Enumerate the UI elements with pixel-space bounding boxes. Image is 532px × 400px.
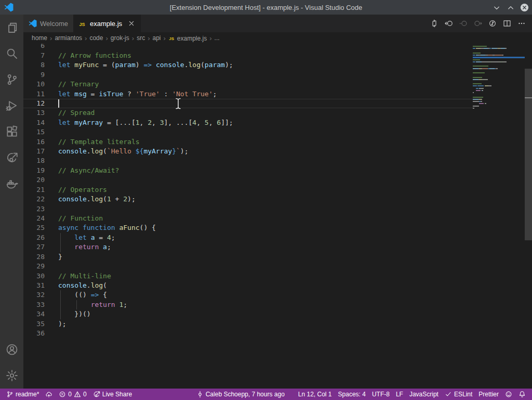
split-editor-icon[interactable] — [500, 16, 514, 31]
breadcrumb-item[interactable]: JSexample.js — [168, 34, 207, 42]
code-line[interactable]: 12 — [23, 99, 473, 108]
settings-gear-icon[interactable] — [0, 363, 23, 389]
code-line[interactable]: 8let myFunc = (param) => console.log(par… — [23, 60, 473, 70]
line-number[interactable]: 11 — [23, 89, 45, 99]
line-number[interactable]: 6 — [23, 44, 45, 51]
status-git-blame[interactable]: Caleb Schoepp, 7 hours ago — [193, 389, 288, 400]
extensions-icon[interactable] — [0, 119, 23, 145]
code-line[interactable]: 32 (() => { — [23, 290, 473, 300]
code-line[interactable]: 17console.log(`Hello ${myArray}`); — [23, 147, 473, 156]
code-line[interactable]: 22console.log(1 + 2); — [23, 195, 473, 204]
code-line[interactable]: 28} — [23, 252, 473, 262]
line-number[interactable]: 31 — [23, 281, 45, 290]
code-line[interactable]: 6 — [23, 44, 473, 51]
accounts-icon[interactable] — [0, 337, 23, 363]
line-number[interactable]: 20 — [23, 175, 45, 185]
code-line[interactable]: 29 — [23, 262, 473, 271]
tab-example-js[interactable]: JS example.js — [73, 15, 141, 32]
status-language-mode[interactable]: JavaScript — [406, 389, 442, 400]
code-line[interactable]: 16// Template literals — [23, 137, 473, 147]
breadcrumb-item[interactable]: grok-js — [110, 34, 130, 42]
code-line[interactable]: 35); — [23, 319, 473, 329]
explorer-icon[interactable] — [0, 15, 23, 41]
breadcrumb-item[interactable]: api — [152, 34, 161, 42]
code-line[interactable]: 19// Async/Await? — [23, 166, 473, 175]
status-eslint[interactable]: ESLint — [442, 389, 475, 400]
restart-icon[interactable] — [485, 16, 500, 31]
line-number[interactable]: 25 — [23, 223, 45, 233]
docker-icon[interactable] — [0, 171, 23, 197]
line-number[interactable]: 16 — [23, 137, 45, 147]
status-cursor-position[interactable]: Ln 12, Col 1 — [295, 389, 335, 400]
navigate-back-icon[interactable] — [442, 16, 456, 31]
code-line[interactable]: 23 — [23, 204, 473, 214]
breadcrumb-item[interactable]: home — [31, 34, 48, 42]
line-number[interactable]: 10 — [23, 80, 45, 89]
status-problems[interactable]: 00 — [56, 389, 89, 400]
step-over-icon[interactable] — [456, 16, 471, 31]
code-editor[interactable]: 67// Arrow functions8let myFunc = (param… — [23, 44, 532, 389]
line-number[interactable]: 24 — [23, 214, 45, 223]
line-number[interactable]: 9 — [23, 70, 45, 80]
tab-close-icon[interactable] — [127, 19, 136, 28]
code-line[interactable]: 18 — [23, 156, 473, 165]
status-indentation[interactable]: Spaces: 4 — [335, 389, 369, 400]
open-changes-icon[interactable] — [427, 16, 442, 31]
line-number[interactable]: 22 — [23, 195, 45, 204]
run-and-debug-icon[interactable] — [0, 93, 23, 119]
code-line[interactable]: 13// Spread — [23, 108, 473, 118]
status-notifications[interactable] — [515, 389, 529, 400]
status-eol[interactable]: LF — [393, 389, 406, 400]
code-line[interactable]: 36 — [23, 329, 473, 338]
source-control-icon[interactable] — [0, 67, 23, 93]
code-line[interactable]: 10// Ternary — [23, 80, 473, 89]
breadcrumb-item[interactable]: ... — [214, 34, 220, 42]
step-forward-icon[interactable] — [471, 16, 485, 31]
breadcrumb-item[interactable]: src — [136, 34, 145, 42]
status-feedback[interactable] — [502, 389, 515, 400]
code-line[interactable]: 33 return 1; — [23, 300, 473, 309]
line-number[interactable]: 29 — [23, 262, 45, 271]
line-number[interactable]: 19 — [23, 166, 45, 175]
code-line[interactable]: 31console.log( — [23, 281, 473, 290]
status-prettier[interactable]: Prettier — [475, 389, 502, 400]
line-number[interactable]: 27 — [23, 242, 45, 252]
status-publish-changes[interactable] — [42, 389, 56, 400]
line-number[interactable]: 32 — [23, 290, 45, 300]
line-number[interactable]: 35 — [23, 319, 45, 329]
line-number[interactable]: 17 — [23, 147, 45, 156]
tab-welcome[interactable]: Welcome — [23, 15, 73, 32]
code-line[interactable]: 34 })() — [23, 309, 473, 319]
line-number[interactable]: 26 — [23, 233, 45, 242]
line-number[interactable]: 34 — [23, 309, 45, 319]
more-actions-icon[interactable] — [514, 16, 529, 31]
close-button[interactable] — [520, 3, 529, 12]
line-number[interactable]: 18 — [23, 156, 45, 165]
scrollbar-thumb[interactable] — [525, 69, 532, 240]
code-line[interactable]: 9 — [23, 70, 473, 80]
code-line[interactable]: 11let msg = isTrue ? 'True' : 'Not True'… — [23, 89, 473, 99]
breadcrumb-item[interactable]: code — [89, 34, 103, 42]
line-number[interactable]: 21 — [23, 185, 45, 195]
code-line[interactable]: 24// Function — [23, 214, 473, 223]
search-icon[interactable] — [0, 41, 23, 67]
live-share-icon[interactable] — [0, 145, 23, 171]
status-live-share[interactable]: Live Share — [90, 389, 135, 400]
status-encoding[interactable]: UTF-8 — [369, 389, 393, 400]
code-line[interactable]: 21// Operators — [23, 185, 473, 195]
line-number[interactable]: 12 — [23, 99, 45, 108]
code-line[interactable]: 7// Arrow functions — [23, 51, 473, 60]
line-number[interactable]: 13 — [23, 108, 45, 118]
line-number[interactable]: 28 — [23, 252, 45, 262]
line-number[interactable]: 8 — [23, 60, 45, 70]
code-line[interactable]: 26 let a = 4; — [23, 233, 473, 242]
status-branch-status[interactable]: readme* — [3, 389, 42, 400]
line-number[interactable]: 15 — [23, 127, 45, 137]
line-number[interactable]: 23 — [23, 204, 45, 214]
line-number[interactable]: 7 — [23, 51, 45, 60]
code-line[interactable]: 25async function aFunc() { — [23, 223, 473, 233]
code-line[interactable]: 14let myArray = [...[1, 2, 3], ...[4, 5,… — [23, 118, 473, 127]
code-line[interactable]: 30// Multi-line — [23, 272, 473, 281]
minimap[interactable] — [473, 44, 525, 112]
line-number[interactable]: 14 — [23, 118, 45, 127]
